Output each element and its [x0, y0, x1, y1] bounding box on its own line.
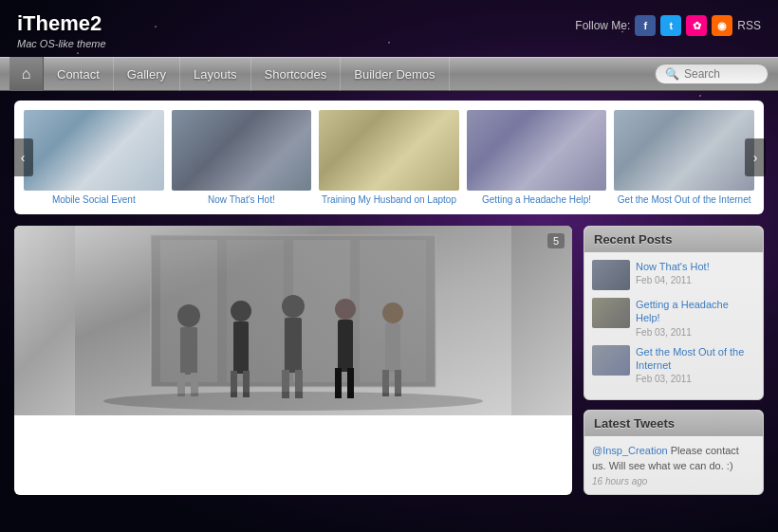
recent-post-2-info: Getting a Headache Help! Feb 03, 2011: [636, 298, 755, 338]
recent-post-1-title[interactable]: Now That's Hot!: [636, 260, 710, 273]
main-post-svg: [14, 226, 572, 415]
slide-1: Mobile Social Event: [24, 110, 164, 205]
facebook-icon[interactable]: f: [635, 15, 656, 36]
slide-2-image: [172, 110, 312, 191]
sidebar: Recent Posts Now That's Hot! Feb 04, 201…: [584, 226, 764, 495]
site-branding: iTheme2 Mac OS-like theme: [17, 11, 106, 49]
home-nav-button[interactable]: ⌂: [9, 57, 44, 91]
recent-thumb-3: [592, 345, 630, 376]
recent-post-2-title[interactable]: Getting a Headache Help!: [636, 298, 755, 325]
tweet-content: @Insp_Creation Please contact us. Will s…: [592, 444, 755, 473]
search-box[interactable]: 🔍: [655, 64, 769, 84]
svg-point-19: [335, 299, 356, 320]
content-row: 5 Recent Posts Now That's Hot! Feb 04, 2…: [14, 226, 764, 495]
rss-label[interactable]: RSS: [737, 19, 761, 32]
slide-4-caption[interactable]: Getting a Headache Help!: [467, 194, 607, 205]
search-input[interactable]: [684, 67, 760, 81]
recent-post-1-date: Feb 04, 2011: [636, 275, 710, 285]
nav-builder-demos[interactable]: Builder Demos: [341, 57, 449, 91]
rss-icon[interactable]: ◉: [712, 15, 732, 36]
recent-thumb-2: [592, 298, 630, 328]
latest-tweets-title: Latest Tweets: [584, 411, 763, 436]
recent-post-3-title[interactable]: Get the Most Out of the Internet: [636, 345, 755, 373]
slide-5: Get the Most Out of the Internet: [614, 110, 754, 205]
svg-rect-24: [385, 323, 400, 373]
tweet-mention[interactable]: @Insp_Creation: [592, 445, 668, 456]
svg-rect-25: [382, 370, 389, 396]
svg-rect-10: [191, 373, 198, 396]
site-tagline: Mac OS-like theme: [17, 38, 106, 49]
nav-contact[interactable]: Contact: [44, 57, 114, 91]
tweet-time: 16 hours ago: [592, 476, 755, 486]
nav-gallery[interactable]: Gallery: [114, 57, 180, 91]
slide-1-image: [24, 110, 164, 191]
svg-rect-20: [338, 320, 353, 372]
slideshow-next-button[interactable]: ›: [745, 138, 766, 176]
main-post: 5: [14, 226, 572, 495]
navigation-bar: ⌂ Contact Gallery Layouts Shortcodes Bui…: [0, 57, 778, 91]
slide-4-image: [467, 110, 607, 191]
recent-post-3-date: Feb 03, 2011: [636, 374, 755, 384]
recent-post-1: Now That's Hot! Feb 04, 2011: [592, 260, 755, 290]
recent-posts-body: Now That's Hot! Feb 04, 2011 Getting a H…: [584, 252, 763, 399]
follow-section: Follow Me: f t ✿ ◉ RSS: [575, 15, 761, 36]
svg-rect-26: [395, 370, 401, 396]
svg-point-7: [177, 304, 200, 327]
slideshow: ‹ Mobile Social Event Now That's Hot! Tr…: [14, 101, 764, 214]
search-icon: 🔍: [665, 67, 679, 81]
slide-3-image: [319, 110, 459, 191]
recent-post-3-info: Get the Most Out of the Internet Feb 03,…: [636, 345, 755, 385]
recent-post-3: Get the Most Out of the Internet Feb 03,…: [592, 345, 755, 385]
recent-post-2-date: Feb 03, 2011: [636, 327, 755, 338]
slide-3: Training My Husband on Laptop: [319, 110, 459, 205]
slide-5-caption[interactable]: Get the Most Out of the Internet: [614, 194, 754, 205]
nav-layouts[interactable]: Layouts: [180, 57, 251, 91]
slide-1-caption[interactable]: Mobile Social Event: [24, 194, 164, 205]
page-header: iTheme2 Mac OS-like theme Follow Me: f t…: [0, 0, 778, 57]
twitter-icon[interactable]: t: [660, 15, 681, 36]
slide-5-image: [614, 110, 754, 191]
main-content: ‹ Mobile Social Event Now That's Hot! Tr…: [0, 91, 778, 504]
nav-shortcodes[interactable]: Shortcodes: [251, 57, 342, 91]
slide-3-caption[interactable]: Training My Husband on Laptop: [319, 194, 459, 205]
latest-tweets-body: @Insp_Creation Please contact us. Will s…: [584, 436, 763, 494]
svg-point-27: [103, 392, 483, 411]
svg-rect-9: [177, 373, 185, 396]
recent-post-1-info: Now That's Hot! Feb 04, 2011: [636, 260, 710, 285]
flickr-icon[interactable]: ✿: [686, 15, 707, 36]
slideshow-inner: Mobile Social Event Now That's Hot! Trai…: [24, 110, 754, 205]
main-post-image: 5: [14, 226, 572, 415]
svg-rect-12: [233, 321, 249, 374]
recent-thumb-1: [592, 260, 630, 290]
latest-tweets-widget: Latest Tweets @Insp_Creation Please cont…: [584, 410, 764, 495]
follow-label: Follow Me:: [575, 19, 630, 32]
recent-posts-title: Recent Posts: [584, 227, 763, 252]
svg-rect-8: [180, 327, 197, 375]
post-comment-badge: 5: [547, 233, 565, 248]
slide-2-caption[interactable]: Now That's Hot!: [172, 194, 312, 205]
svg-point-23: [382, 303, 403, 323]
slideshow-prev-button[interactable]: ‹: [12, 138, 33, 176]
svg-rect-16: [285, 318, 302, 373]
site-title: iTheme2: [17, 11, 106, 36]
svg-point-15: [282, 295, 305, 318]
recent-posts-widget: Recent Posts Now That's Hot! Feb 04, 201…: [584, 226, 764, 400]
recent-post-2: Getting a Headache Help! Feb 03, 2011: [592, 298, 755, 338]
slide-2: Now That's Hot!: [172, 110, 312, 205]
svg-point-11: [231, 301, 251, 321]
slide-4: Getting a Headache Help!: [467, 110, 607, 205]
